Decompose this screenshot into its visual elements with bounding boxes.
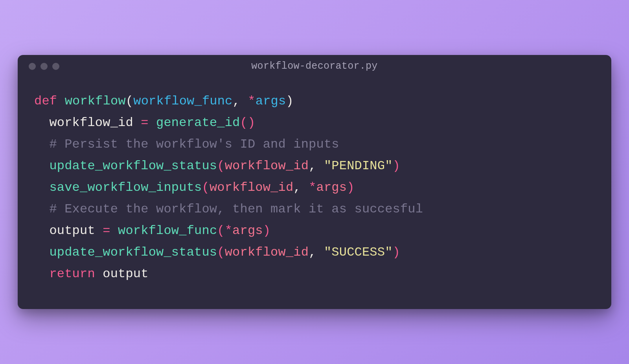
code-window: workflow-decorator.py def workflow(workf… [18, 55, 611, 309]
arg-args: args [316, 180, 347, 195]
rparen: ) [393, 245, 400, 260]
var-workflow-id: workflow_id [49, 115, 133, 130]
rparen: ) [393, 159, 400, 173]
var-output: output [49, 223, 95, 238]
code-line-7: output = workflow_func(*args) [34, 220, 595, 241]
star-op: * [225, 223, 232, 238]
comma: , [309, 159, 324, 173]
call-update-status: update_workflow_status [49, 245, 217, 260]
code-line-1: def workflow(workflow_func, *args) [34, 90, 595, 112]
code-line-9: return output [34, 263, 595, 285]
lparen: ( [217, 245, 224, 260]
code-line-3: # Persist the workflow's ID and inputs [34, 134, 595, 155]
comment-persist: # Persist the workflow's ID and inputs [49, 137, 339, 152]
code-line-8: update_workflow_status(workflow_id, "SUC… [34, 241, 595, 263]
comma: , [293, 180, 309, 195]
string-pending: "PENDING" [324, 159, 393, 173]
call-update-status: update_workflow_status [49, 159, 217, 173]
keyword-def: def [34, 94, 57, 108]
maximize-icon[interactable] [52, 63, 59, 70]
titlebar: workflow-decorator.py [18, 55, 611, 75]
comma: , [309, 245, 324, 260]
lparen: ( [126, 94, 133, 108]
call-generate-id: generate_id [156, 115, 240, 130]
star-op: * [248, 94, 255, 108]
arg-args: args [232, 223, 263, 238]
function-name: workflow [65, 94, 126, 108]
comma: , [233, 94, 248, 108]
code-line-5: save_workflow_inputs(workflow_id, *args) [34, 177, 595, 198]
keyword-return: return [49, 267, 95, 281]
rparen: ) [286, 94, 293, 108]
var-output: output [103, 267, 148, 281]
assign-op: = [133, 115, 156, 130]
code-line-2: workflow_id = generate_id() [34, 112, 595, 134]
lparen: ( [217, 223, 224, 238]
close-icon[interactable] [29, 63, 36, 70]
rparen: ) [263, 223, 270, 238]
assign-op: = [95, 223, 118, 238]
arg-workflow-id: workflow_id [210, 180, 293, 195]
param-workflow-func: workflow_func [133, 94, 232, 108]
call-save-inputs: save_workflow_inputs [49, 180, 202, 195]
call-workflow-func: workflow_func [118, 223, 217, 238]
comment-execute: # Execute the workflow, then mark it as … [49, 202, 423, 216]
space [95, 267, 103, 281]
call-parens: () [240, 115, 256, 130]
rparen: ) [347, 180, 354, 195]
arg-workflow-id: workflow_id [225, 245, 309, 260]
lparen: ( [202, 180, 209, 195]
traffic-lights [29, 63, 59, 70]
code-line-6: # Execute the workflow, then mark it as … [34, 198, 595, 220]
string-success: "SUCCESS" [324, 245, 393, 260]
param-args: args [256, 94, 286, 108]
minimize-icon[interactable] [40, 63, 48, 70]
code-area: def workflow(workflow_func, *args) workf… [18, 75, 611, 309]
code-line-4: update_workflow_status(workflow_id, "PEN… [34, 155, 595, 177]
lparen: ( [217, 159, 224, 173]
window-title: workflow-decorator.py [251, 60, 377, 72]
star-op: * [309, 180, 316, 195]
arg-workflow-id: workflow_id [225, 159, 309, 173]
